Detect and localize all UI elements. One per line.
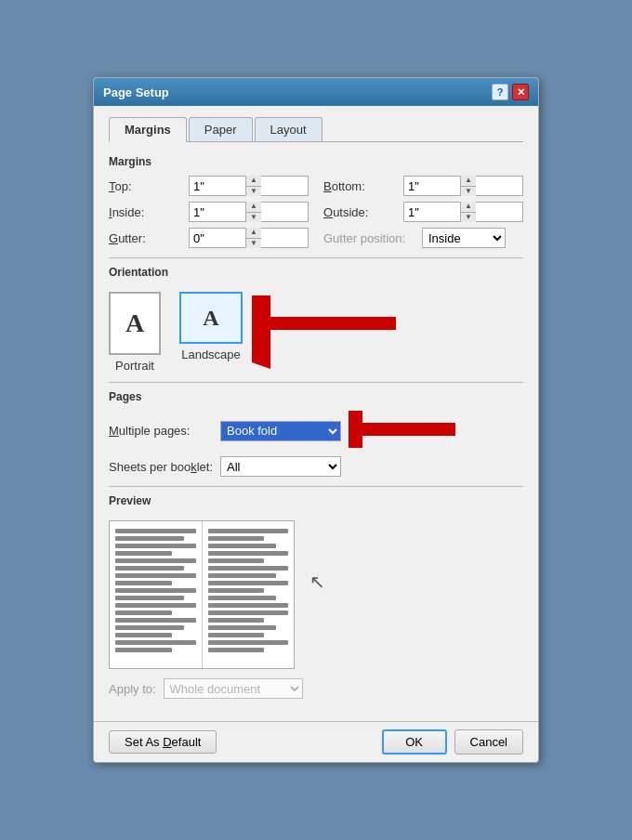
portrait-icon: A: [109, 292, 161, 355]
portrait-option[interactable]: A Portrait: [109, 292, 161, 373]
multiple-pages-select[interactable]: Normal Mirror margins 2 pages per sheet …: [220, 421, 341, 441]
orientation-options: A Portrait A Landscape: [109, 292, 243, 373]
preview-box: [109, 520, 295, 669]
set-default-button[interactable]: Set As Default: [109, 730, 217, 754]
orientation-arrow-svg: [252, 295, 401, 370]
preview-section: Preview: [109, 494, 523, 669]
top-label: Top:: [109, 179, 183, 193]
gutter-pos-field-row: Gutter position: Inside Left Top: [323, 228, 523, 248]
landscape-icon: A: [179, 292, 243, 344]
top-up-btn[interactable]: ▲: [246, 176, 261, 187]
page-setup-dialog: Page Setup ? ✕ Margins Paper Layout Marg…: [93, 77, 539, 763]
sheets-row: Sheets per booklet: All 1 2 4 8 16: [109, 456, 523, 477]
gutter-spinner[interactable]: ▲ ▼: [189, 228, 309, 248]
cursor-icon: ↖: [309, 571, 325, 593]
apply-select[interactable]: Whole document This point forward This s…: [164, 678, 303, 699]
gutter-field-row: Gutter: ▲ ▼: [109, 228, 309, 248]
bottom-input[interactable]: [404, 177, 460, 195]
outside-input[interactable]: [404, 203, 460, 221]
title-bar: Page Setup ? ✕: [94, 78, 538, 106]
outside-field-row: Outside: ▲ ▼: [323, 202, 523, 222]
top-field-row: Top: ▲ ▼: [109, 176, 309, 196]
sheets-select[interactable]: All 1 2 4 8 16: [220, 456, 341, 477]
close-button[interactable]: ✕: [512, 84, 529, 100]
help-button[interactable]: ?: [492, 84, 508, 100]
top-spinner-btns: ▲ ▼: [245, 176, 261, 196]
inside-field-row: Inside: ▲ ▼: [109, 202, 309, 222]
cancel-button[interactable]: Cancel: [454, 729, 523, 755]
apply-label: Apply to:: [109, 682, 156, 696]
tab-layout[interactable]: Layout: [255, 117, 323, 141]
title-bar-controls: ? ✕: [492, 84, 529, 100]
inside-down-btn[interactable]: ▼: [246, 213, 261, 223]
bottom-spinner[interactable]: ▲ ▼: [403, 176, 523, 196]
orientation-section: Orientation A Portrait A: [109, 266, 523, 373]
pages-form: Multiple pages: Normal Mirror margins 2 …: [109, 411, 523, 477]
outside-spinner[interactable]: ▲ ▼: [403, 202, 523, 222]
gutter-spinner-btns: ▲ ▼: [245, 228, 261, 248]
bottom-down-btn[interactable]: ▼: [461, 187, 476, 197]
bottom-up-btn[interactable]: ▲: [461, 176, 476, 187]
gutter-down-btn[interactable]: ▼: [246, 239, 261, 249]
dialog-title: Page Setup: [103, 85, 169, 99]
bottom-spinner-btns: ▲ ▼: [460, 176, 476, 196]
pages-arrow-svg: [349, 411, 460, 448]
dialog-content: Margins Paper Layout Margins Top: ▲ ▼ Bo…: [94, 106, 538, 721]
orientation-section-label: Orientation: [109, 266, 523, 279]
top-input[interactable]: [190, 177, 245, 195]
inside-up-btn[interactable]: ▲: [246, 202, 261, 213]
ok-button[interactable]: OK: [382, 729, 447, 755]
gutter-pos-label: Gutter position:: [323, 231, 416, 245]
gutter-input[interactable]: [190, 229, 245, 247]
bottom-label: Bottom:: [323, 179, 398, 193]
pages-arrow-area: [349, 411, 460, 451]
outside-spinner-btns: ▲ ▼: [460, 202, 476, 222]
preview-section-label: Preview: [109, 494, 523, 507]
dialog-footer: Set As Default OK Cancel: [94, 721, 538, 762]
outside-label: Outside:: [323, 205, 398, 219]
outside-up-btn[interactable]: ▲: [461, 202, 476, 213]
multiple-pages-row: Multiple pages: Normal Mirror margins 2 …: [109, 411, 523, 451]
apply-row: Apply to: Whole document This point forw…: [109, 678, 523, 699]
landscape-label: Landscape: [181, 348, 241, 361]
bottom-field-row: Bottom: ▲ ▼: [323, 176, 523, 196]
inside-input[interactable]: [190, 203, 245, 221]
multiple-pages-label: Multiple pages:: [109, 424, 220, 438]
inside-spinner[interactable]: ▲ ▼: [189, 202, 309, 222]
gutter-pos-select[interactable]: Inside Left Top: [422, 228, 506, 248]
preview-right-page: [203, 521, 295, 668]
landscape-option[interactable]: A Landscape: [179, 292, 243, 373]
margins-section-label: Margins: [109, 155, 523, 168]
sheets-label: Sheets per booklet:: [109, 460, 220, 474]
orientation-arrow-area: [252, 295, 401, 370]
tab-bar: Margins Paper Layout: [109, 117, 523, 142]
gutter-up-btn[interactable]: ▲: [246, 228, 261, 239]
pages-section-label: Pages: [109, 390, 523, 403]
top-spinner[interactable]: ▲ ▼: [189, 176, 309, 196]
inside-spinner-btns: ▲ ▼: [245, 202, 261, 222]
outside-down-btn[interactable]: ▼: [461, 213, 476, 223]
tab-paper[interactable]: Paper: [189, 117, 253, 141]
tab-margins[interactable]: Margins: [109, 117, 187, 142]
gutter-label: Gutter:: [109, 231, 183, 245]
margins-grid: Top: ▲ ▼ Bottom: ▲ ▼: [109, 176, 523, 248]
inside-label: Inside:: [109, 205, 183, 219]
preview-left-page: [110, 521, 203, 668]
portrait-label: Portrait: [115, 359, 154, 373]
pages-section: Pages Multiple pages: Normal Mirror marg…: [109, 390, 523, 477]
top-down-btn[interactable]: ▼: [246, 187, 261, 197]
